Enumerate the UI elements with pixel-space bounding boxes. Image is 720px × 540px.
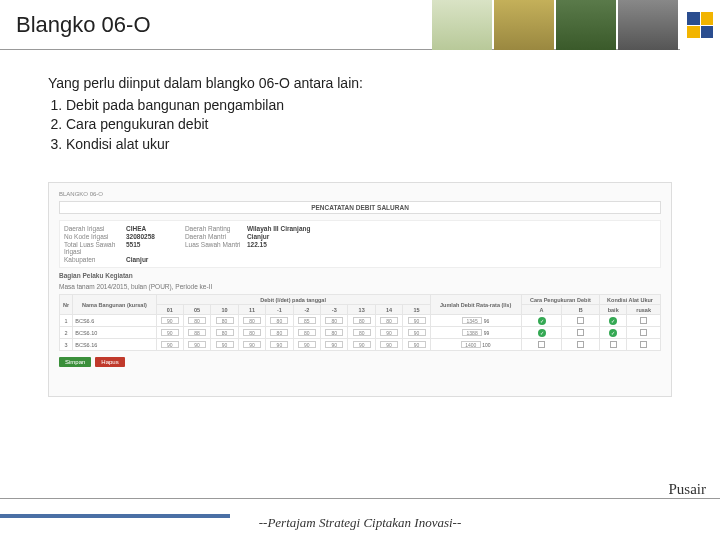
radio-a[interactable]: ✓ xyxy=(538,329,546,337)
main-content: Yang perlu diinput dalam blangko 06-O an… xyxy=(0,50,720,154)
radio-rusak[interactable] xyxy=(640,341,647,348)
debit-input[interactable]: 90 xyxy=(380,329,398,336)
info-panel: Daerah IrigasiCIHEA No Kode Irigasi32080… xyxy=(59,220,661,268)
intro-lead: Yang perlu diinput dalam blangko 06-O an… xyxy=(48,74,672,94)
intro-list: Debit pada bangunan pengambilan Cara pen… xyxy=(48,96,672,155)
debit-input[interactable]: 80 xyxy=(270,329,288,336)
debit-input[interactable]: 90 xyxy=(243,341,261,348)
debit-input[interactable]: 80 xyxy=(243,317,261,324)
save-button[interactable]: Simpan xyxy=(59,357,91,367)
debit-input[interactable]: 88 xyxy=(188,329,206,336)
debit-input[interactable]: 90 xyxy=(325,341,343,348)
period-text: Masa tanam 2014/2015, bulan (POUR), Peri… xyxy=(59,283,661,290)
debit-input[interactable]: 80 xyxy=(325,329,343,336)
debit-input[interactable]: 85 xyxy=(298,317,316,324)
thumb-app xyxy=(432,0,492,50)
debit-input[interactable]: 80 xyxy=(270,317,288,324)
debit-input[interactable]: 90 xyxy=(353,341,371,348)
list-item: Debit pada bangunan pengambilan xyxy=(66,96,672,116)
info-right: Daerah RantingWilayah III Ciranjang Daer… xyxy=(185,225,311,263)
panel-title: PENCATATAN DEBIT SALURAN xyxy=(59,201,661,214)
radio-baik[interactable] xyxy=(610,341,617,348)
section-subtitle: Bagian Pelaku Kegiatan xyxy=(59,272,661,279)
footer-brand: Pusair xyxy=(669,481,707,498)
sum-field[interactable]: 1400 xyxy=(461,341,481,348)
breadcrumb: BLANGKO 06-O xyxy=(59,191,661,197)
radio-rusak[interactable] xyxy=(640,329,647,336)
debit-input[interactable]: 90 xyxy=(161,341,179,348)
debit-input[interactable]: 90 xyxy=(270,341,288,348)
page-title: Blangko 06-O xyxy=(16,12,151,38)
debit-input[interactable]: 80 xyxy=(325,317,343,324)
sum-field[interactable]: 1345 xyxy=(462,317,482,324)
sum-field[interactable]: 1388 xyxy=(462,329,482,336)
table-row: 1BCS6.6908080808085808080901345 96✓✓ xyxy=(60,315,661,327)
footer-accent xyxy=(0,514,230,518)
radio-a[interactable]: ✓ xyxy=(538,317,546,325)
info-left: Daerah IrigasiCIHEA No Kode Irigasi32080… xyxy=(64,225,155,263)
debit-input[interactable]: 80 xyxy=(188,317,206,324)
radio-a[interactable] xyxy=(538,341,545,348)
radio-baik[interactable]: ✓ xyxy=(609,317,617,325)
debit-input[interactable]: 80 xyxy=(380,317,398,324)
radio-baik[interactable]: ✓ xyxy=(609,329,617,337)
debit-input[interactable]: 90 xyxy=(161,317,179,324)
table-header-row: Nr Nama Bangunan (kursal) Debit (l/det) … xyxy=(60,295,661,305)
form-buttons: Simpan Hapus xyxy=(59,357,661,367)
pu-logo-icon xyxy=(687,12,713,38)
debit-input[interactable]: 90 xyxy=(380,341,398,348)
thumb-field xyxy=(494,0,554,50)
list-item: Kondisi alat ukur xyxy=(66,135,672,155)
delete-button[interactable]: Hapus xyxy=(95,357,124,367)
thumb-forest xyxy=(556,0,616,50)
debit-input[interactable]: 80 xyxy=(298,329,316,336)
slide-footer: Pusair --Pertajam Strategi Ciptakan Inov… xyxy=(0,498,720,540)
debit-input[interactable]: 90 xyxy=(408,341,426,348)
debit-input[interactable]: 80 xyxy=(216,317,234,324)
table-row: 2BCS6.10908880808080808090901388 99✓✓ xyxy=(60,327,661,339)
debit-input[interactable]: 80 xyxy=(243,329,261,336)
debit-input[interactable]: 80 xyxy=(216,329,234,336)
header-images xyxy=(432,0,720,50)
radio-b[interactable] xyxy=(577,317,584,324)
debit-input[interactable]: 80 xyxy=(353,317,371,324)
radio-b[interactable] xyxy=(577,341,584,348)
debit-input[interactable]: 90 xyxy=(216,341,234,348)
radio-b[interactable] xyxy=(577,329,584,336)
app-screenshot: BLANGKO 06-O PENCATATAN DEBIT SALURAN Da… xyxy=(48,182,672,397)
slide-header: Blangko 06-O xyxy=(0,0,720,50)
list-item: Cara pengukuran debit xyxy=(66,115,672,135)
debit-table: Nr Nama Bangunan (kursal) Debit (l/det) … xyxy=(59,294,661,351)
table-row: 3BCS6.16909090909090909090901400 100 xyxy=(60,339,661,351)
thumb-logo xyxy=(680,0,720,50)
debit-input[interactable]: 90 xyxy=(408,317,426,324)
debit-input[interactable]: 90 xyxy=(188,341,206,348)
debit-input[interactable]: 90 xyxy=(161,329,179,336)
thumb-dam xyxy=(618,0,678,50)
radio-rusak[interactable] xyxy=(640,317,647,324)
debit-input[interactable]: 80 xyxy=(353,329,371,336)
debit-input[interactable]: 90 xyxy=(298,341,316,348)
debit-input[interactable]: 90 xyxy=(408,329,426,336)
